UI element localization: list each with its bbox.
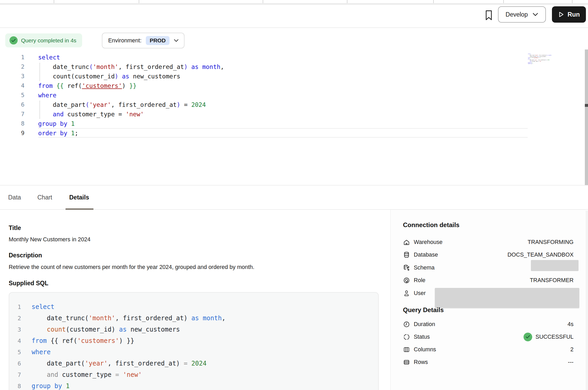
line-number: 6	[9, 358, 21, 369]
row-label: Schema	[414, 264, 435, 271]
user-icon	[403, 290, 410, 297]
develop-label: Develop	[506, 11, 528, 18]
row-value: 2	[570, 346, 574, 353]
detail-row-warehouse: WarehouseTRANSFORMING	[403, 236, 574, 248]
code-line: 3 count(customer_id) as new_customers	[0, 72, 585, 81]
active-line-highlight	[38, 128, 528, 138]
chevron-down-icon	[532, 13, 538, 16]
duration-icon	[403, 321, 410, 328]
row-label: Role	[414, 277, 425, 284]
row-label: User	[414, 290, 426, 297]
title-heading: Title	[9, 224, 21, 232]
tab-divider	[433, 0, 434, 3]
tab-chart[interactable]: Chart	[37, 194, 52, 201]
supplied-sql-lines: 1select2 date_trunc('month', first_order…	[9, 301, 378, 390]
tab-divider	[263, 0, 263, 3]
code-line: 5where	[9, 347, 378, 358]
row-value: 4s	[567, 321, 574, 328]
line-number: 1	[9, 301, 21, 313]
detail-row-role: RoleTRANSFORMER	[403, 275, 574, 286]
row-label: Warehouse	[414, 239, 442, 246]
connection-panel: Connection details WarehouseTRANSFORMING…	[390, 210, 586, 390]
rows-icon	[403, 359, 410, 366]
code-line: 2 date_trunc('month', first_ordered_at) …	[0, 62, 585, 72]
line-number: 3	[0, 72, 24, 81]
tab-details[interactable]: Details	[69, 194, 89, 201]
sql-editor[interactable]: 1select2 date_trunc('month', first_order…	[0, 53, 585, 184]
code-line: 6 date_part('year', first_ordered_at) = …	[0, 100, 585, 109]
row-value: TRANSFORMING	[528, 239, 574, 246]
query-status-text: Query completed in 4s	[21, 37, 76, 44]
description-heading: Description	[9, 252, 42, 259]
editor-minimap[interactable]: select date_trunc('month', first_ordered…	[526, 53, 556, 78]
code-line: 6 date_part('year', first_ordered_at) = …	[9, 358, 378, 369]
code-line: 4from {{ ref('customers') }}	[9, 335, 378, 347]
toolbar: Develop Run	[0, 5, 588, 28]
schema-value-redacted	[531, 260, 579, 271]
page-scrollbar-track[interactable]	[585, 211, 588, 390]
line-number: 1	[0, 53, 24, 62]
row-label: Columns	[414, 346, 436, 353]
description-value: Retrieve the count of new customers per …	[9, 264, 254, 271]
detail-row-rows: Rows---	[403, 356, 574, 368]
run-button[interactable]: Run	[552, 6, 586, 23]
tab-data[interactable]: Data	[8, 194, 21, 201]
row-value: TRANSFORMER	[530, 277, 574, 284]
line-number: 3	[9, 324, 21, 335]
detail-row-duration: Duration4s	[403, 318, 574, 330]
environment-label: Environment:	[108, 37, 142, 44]
row-value: ---	[568, 359, 574, 366]
row-label: Database	[414, 252, 438, 258]
database-icon	[403, 251, 410, 258]
code-line: order by 1;	[526, 63, 556, 64]
line-number: 2	[9, 313, 21, 324]
code-line: 1select	[9, 301, 378, 313]
success-check-icon	[524, 333, 532, 341]
line-number: 8	[0, 119, 24, 128]
line-number: 2	[0, 62, 24, 72]
run-label: Run	[567, 11, 580, 18]
row-value: SUCCESSFUL	[524, 333, 574, 341]
code-line: 5where	[0, 91, 585, 100]
editor-scrollbar[interactable]	[585, 49, 588, 196]
schema-icon	[403, 264, 410, 271]
row-label: Rows	[414, 359, 428, 366]
tab-divider	[572, 0, 572, 3]
warehouse-icon	[403, 239, 410, 246]
top-tab-strip	[0, 0, 588, 3]
environment-dropdown[interactable]: Environment: PROD	[102, 33, 185, 48]
role-icon	[403, 277, 410, 284]
tab-divider	[54, 0, 54, 3]
code-line: 8group by 1	[9, 381, 378, 390]
line-number: 4	[9, 335, 21, 347]
code-line: 2 date_trunc('month', first_ordered_at) …	[9, 313, 378, 324]
row-value: DOCS_TEAM_SANDBOX	[507, 252, 574, 258]
line-number: 8	[9, 381, 21, 390]
query-details-heading: Query Details	[403, 306, 444, 314]
tab-divider	[139, 0, 139, 3]
query-status-pill: Query completed in 4s	[5, 33, 82, 47]
line-number: 4	[0, 81, 24, 91]
code-line: 1select	[0, 53, 585, 62]
connection-details-heading: Connection details	[403, 221, 460, 229]
line-number: 7	[9, 369, 21, 381]
chevron-down-icon	[174, 39, 179, 42]
line-number: 6	[0, 100, 24, 109]
tab-divider	[503, 0, 504, 3]
code-line: 7 and customer_type = 'new'	[0, 109, 585, 119]
status-icon	[403, 333, 410, 341]
tab-divider	[347, 0, 347, 3]
code-line: 4from {{ ref('customers') }}	[0, 81, 585, 91]
environment-chip: PROD	[146, 36, 170, 45]
develop-dropdown[interactable]: Develop	[498, 6, 546, 23]
code-line: 3 count(customer_id) as new_customers	[9, 324, 378, 335]
detail-row-database: DatabaseDOCS_TEAM_SANDBOX	[403, 249, 574, 261]
detail-row-columns: Columns2	[403, 344, 574, 355]
scrollbar-thumb[interactable]	[585, 104, 588, 107]
columns-icon	[403, 346, 410, 353]
bookmark-icon[interactable]	[483, 8, 495, 23]
supplied-sql-box: 1select2 date_trunc('month', first_order…	[9, 292, 379, 390]
code-line: 7 and customer_type = 'new'	[9, 369, 378, 381]
line-number: 7	[0, 109, 24, 119]
check-circle-icon	[9, 36, 18, 44]
